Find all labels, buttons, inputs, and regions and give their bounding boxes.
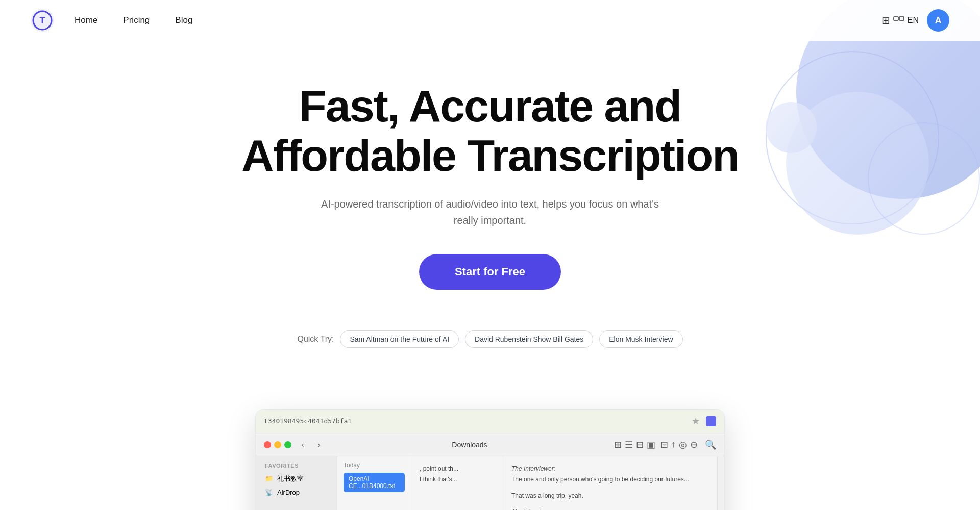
preview-url: t340198495c4041d57bfa1 — [264, 417, 685, 425]
nav-link-pricing[interactable]: Pricing — [123, 15, 150, 26]
finder-nav-controls: ‹ › — [297, 439, 325, 451]
favorites-label: Favorites — [261, 462, 332, 472]
preview-container: t340198495c4041d57bfa1 ★ ‹ › Downloads ⊞ — [235, 409, 745, 510]
sidebar-item-1[interactable]: 📡 AirDrop — [261, 486, 332, 499]
transcript-text-1: That was a long trip, yeah. — [511, 491, 709, 502]
share-icon[interactable]: ◎ — [679, 439, 687, 450]
hero-subtitle: AI-powered transcription of audio/video … — [311, 196, 669, 228]
svg-rect-4 — [899, 17, 904, 20]
quick-try-chip-0[interactable]: Sam Altman on the Future of AI — [340, 330, 459, 348]
close-button[interactable] — [264, 441, 271, 448]
maximize-button[interactable] — [284, 441, 291, 448]
selected-file-item[interactable]: OpenAI CE...01B4000.txt — [344, 473, 405, 492]
finder-toolbar: ‹ › Downloads ⊞ ☰ ⊟ ▣ ⊟ ↑ ◎ ⊖ 🔍 — [256, 434, 724, 456]
quick-try-chip-2[interactable]: Elon Musk Interview — [599, 330, 682, 348]
airdrop-icon: 📡 — [265, 489, 273, 496]
svg-text:T: T — [40, 15, 45, 26]
finder-main: Today OpenAI CE...01B4000.txt , point ou… — [337, 456, 724, 510]
hero-title: Fast, Accurate and Affordable Transcript… — [209, 82, 771, 181]
globe-icon: ⊞ — [881, 14, 890, 27]
action-icon[interactable]: ↑ — [671, 439, 676, 450]
nav-right: ⊞ EN A — [881, 9, 949, 32]
nav-links: Home Pricing Blog — [75, 15, 881, 26]
finder-title: Downloads — [330, 441, 609, 449]
logo-icon: T — [31, 9, 54, 32]
navbar: T Home Pricing Blog ⊞ EN A — [0, 0, 980, 41]
star-icon: ★ — [692, 416, 700, 427]
today-label: Today — [344, 462, 405, 469]
grid-view-icon[interactable]: ⊞ — [614, 439, 622, 450]
user-avatar[interactable]: A — [927, 9, 949, 32]
sidebar-item-1-label: AirDrop — [277, 489, 300, 496]
transcript-column: The Interviewer: The one and only person… — [503, 456, 717, 510]
folder-icon: 📁 — [265, 475, 273, 482]
lang-selector[interactable]: ⊞ EN — [881, 14, 919, 27]
quick-try-chip-1[interactable]: David Rubenstein Show Bill Gates — [465, 330, 593, 348]
finder-body: Favorites 📁 礼书教室 📡 AirDrop Today — [256, 456, 724, 510]
quick-try: Quick Try: Sam Altman on the Future of A… — [10, 330, 970, 348]
svg-rect-3 — [894, 17, 898, 20]
preview-window: t340198495c4041d57bfa1 ★ ‹ › Downloads ⊞ — [255, 409, 725, 510]
traffic-lights — [264, 441, 291, 448]
left-text-line-0: , point out th... — [420, 464, 495, 475]
left-text-line-1: I think that's... — [420, 474, 495, 486]
extension-icon — [706, 416, 716, 426]
forward-icon[interactable]: › — [313, 439, 325, 451]
arrange-icon[interactable]: ⊟ — [660, 439, 668, 450]
sidebar-item-0-label: 礼书教室 — [277, 474, 304, 483]
left-text-column: , point out th... I think that's... — [411, 456, 503, 510]
finder-files-list: Today OpenAI CE...01B4000.txt — [337, 456, 411, 510]
quick-try-label: Quick Try: — [297, 335, 334, 344]
browser-bar: t340198495c4041d57bfa1 ★ — [256, 410, 724, 434]
transcript-speaker-0: The Interviewer: — [511, 464, 709, 475]
cta-button[interactable]: Start for Free — [419, 254, 561, 290]
sidebar-item-0[interactable]: 📁 礼书教室 — [261, 472, 332, 486]
list-view-icon[interactable]: ☰ — [625, 439, 633, 450]
more-icon[interactable]: ⊖ — [690, 439, 698, 450]
logo[interactable]: T — [31, 9, 54, 32]
transcript-speaker-2: The Interviewer: — [511, 506, 709, 510]
nav-link-blog[interactable]: Blog — [175, 15, 192, 26]
nav-link-home[interactable]: Home — [75, 15, 97, 26]
search-icon[interactable]: 🔍 — [705, 439, 716, 450]
globe-icon-svg — [893, 15, 904, 26]
transcript-text-0: The one and only person who's going to b… — [511, 474, 709, 486]
minimize-button[interactable] — [274, 441, 281, 448]
column-view-icon[interactable]: ⊟ — [636, 439, 644, 450]
back-icon[interactable]: ‹ — [297, 439, 309, 451]
scrollbar[interactable] — [717, 456, 724, 510]
hero-section: Fast, Accurate and Affordable Transcript… — [0, 41, 980, 409]
gallery-view-icon[interactable]: ▣ — [647, 439, 655, 450]
finder-sidebar: Favorites 📁 礼书教室 📡 AirDrop — [256, 456, 337, 510]
lang-label: EN — [908, 16, 919, 25]
